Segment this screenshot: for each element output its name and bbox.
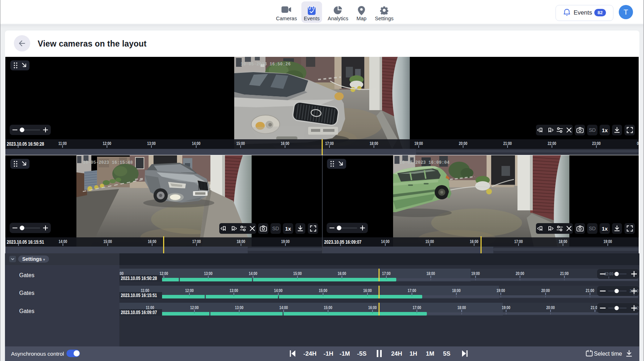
svg-text:10-05-2023 16:15:48: 10-05-2023 16:15:48 (83, 160, 133, 165)
svg-text:10-05-2023 16:50:26: 10-05-2023 16:50:26 (241, 61, 291, 67)
svg-text:10-05-2023 16:09:04: 10-05-2023 16:09:04 (399, 160, 450, 165)
